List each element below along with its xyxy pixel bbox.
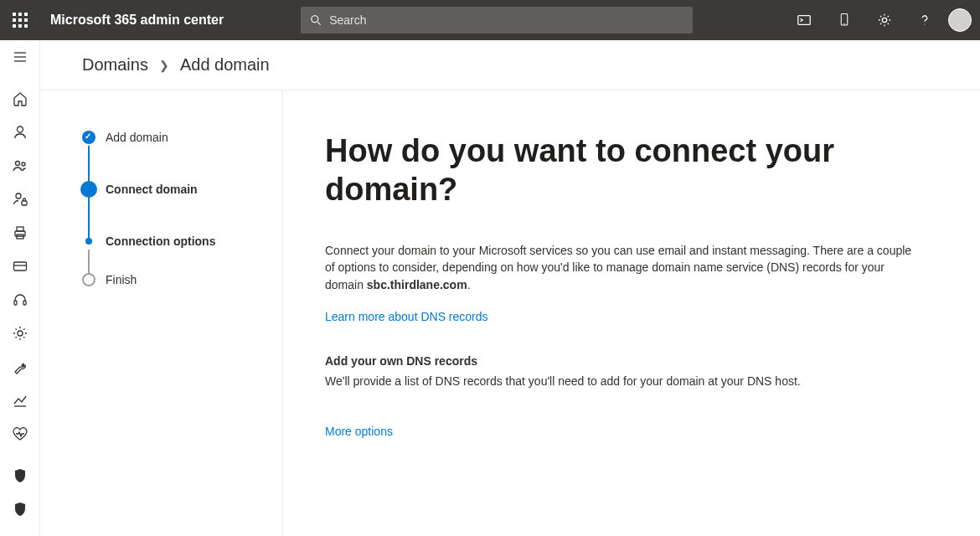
breadcrumb-root[interactable]: Domains xyxy=(82,55,148,74)
svg-rect-18 xyxy=(13,262,26,271)
waffle-icon xyxy=(13,13,28,28)
prompt-icon xyxy=(797,13,812,28)
own-dns-heading: Add your own DNS records xyxy=(325,354,921,368)
svg-point-10 xyxy=(17,126,23,132)
own-dns-body: We'll provide a list of DNS records that… xyxy=(325,374,921,388)
shell-notifications-button[interactable] xyxy=(784,0,824,40)
more-options-link[interactable]: More options xyxy=(325,425,393,438)
nav-setup[interactable] xyxy=(0,350,40,384)
shield-icon xyxy=(12,501,28,518)
hamburger-icon xyxy=(12,49,28,65)
people-icon xyxy=(12,157,28,174)
nav-home[interactable] xyxy=(0,82,40,116)
svg-point-0 xyxy=(312,16,318,23)
printer-icon xyxy=(12,224,28,241)
person-lock-icon xyxy=(12,191,28,208)
svg-rect-14 xyxy=(22,201,27,205)
nav-teams-groups[interactable] xyxy=(0,149,40,183)
learn-more-link[interactable]: Learn more about DNS records xyxy=(325,310,488,323)
nav-admin-security[interactable] xyxy=(0,459,40,492)
card-icon xyxy=(12,258,28,275)
phone-icon xyxy=(838,13,851,28)
step-label: Connection options xyxy=(106,234,215,248)
domain-name: sbc.thirdlane.com xyxy=(367,278,467,291)
nav-support[interactable] xyxy=(0,283,40,317)
step-upcoming-icon xyxy=(82,273,95,286)
question-icon xyxy=(917,13,932,28)
left-nav-rail xyxy=(0,40,40,536)
device-button[interactable] xyxy=(824,0,864,40)
top-right-actions xyxy=(784,0,980,40)
wrench-icon xyxy=(12,358,28,375)
step-complete-icon xyxy=(82,131,95,144)
svg-point-5 xyxy=(882,18,886,22)
search-input[interactable] xyxy=(329,13,684,27)
step-sub-icon xyxy=(85,238,92,245)
nav-admin-compliance[interactable] xyxy=(0,492,40,526)
search-icon xyxy=(309,13,322,27)
svg-point-13 xyxy=(16,193,21,198)
nav-reports[interactable] xyxy=(0,384,40,417)
nav-billing[interactable] xyxy=(0,250,40,283)
search-box[interactable] xyxy=(301,7,693,34)
step-label: Add domain xyxy=(106,131,168,144)
page-title: How do you want to connect your domain? xyxy=(325,132,911,209)
person-icon xyxy=(12,124,28,141)
help-button[interactable] xyxy=(905,0,945,40)
step-add-domain: Add domain xyxy=(82,131,282,181)
svg-line-1 xyxy=(318,22,321,24)
intro-suffix: . xyxy=(467,278,471,291)
svg-rect-16 xyxy=(17,227,23,231)
gear-icon xyxy=(877,13,892,28)
nav-roles[interactable] xyxy=(0,183,40,216)
svg-point-12 xyxy=(22,162,25,166)
gear-icon xyxy=(12,325,28,342)
settings-button[interactable] xyxy=(864,0,905,40)
nav-settings[interactable] xyxy=(0,317,40,350)
nav-health[interactable] xyxy=(0,417,40,451)
step-connection-options: Connection options xyxy=(82,234,282,273)
svg-point-22 xyxy=(18,331,23,336)
headset-icon xyxy=(12,291,28,308)
nav-toggle-button[interactable] xyxy=(0,40,40,74)
app-title: Microsoft 365 admin center xyxy=(50,13,224,28)
wizard-body: How do you want to connect your domain? … xyxy=(283,90,980,536)
svg-point-11 xyxy=(15,162,19,166)
breadcrumb: Domains ❯ Add domain xyxy=(40,40,980,90)
svg-rect-21 xyxy=(23,301,26,305)
shield-icon xyxy=(12,467,28,484)
chevron-right-icon: ❯ xyxy=(159,59,169,72)
step-label: Finish xyxy=(106,273,137,286)
step-label: Connect domain xyxy=(106,183,198,196)
nav-resources[interactable] xyxy=(0,216,40,250)
nav-users[interactable] xyxy=(0,116,40,149)
intro-paragraph: Connect your domain to your Microsoft se… xyxy=(325,242,921,293)
step-finish: Finish xyxy=(82,273,282,286)
svg-rect-20 xyxy=(14,301,17,305)
step-current-icon xyxy=(80,181,97,198)
breadcrumb-current: Add domain xyxy=(180,55,270,74)
main-content: Domains ❯ Add domain Add domain Connect … xyxy=(40,40,980,536)
heartbeat-icon xyxy=(12,425,28,442)
account-avatar[interactable] xyxy=(948,8,972,32)
step-connect-domain: Connect domain xyxy=(82,181,282,234)
svg-point-6 xyxy=(924,23,925,24)
svg-rect-2 xyxy=(798,16,810,25)
app-launcher-button[interactable] xyxy=(0,0,40,40)
wizard-stepper: Add domain Connect domain Connection opt… xyxy=(40,90,283,536)
home-icon xyxy=(12,90,28,107)
chart-icon xyxy=(12,392,28,409)
top-bar: Microsoft 365 admin center xyxy=(0,0,980,40)
